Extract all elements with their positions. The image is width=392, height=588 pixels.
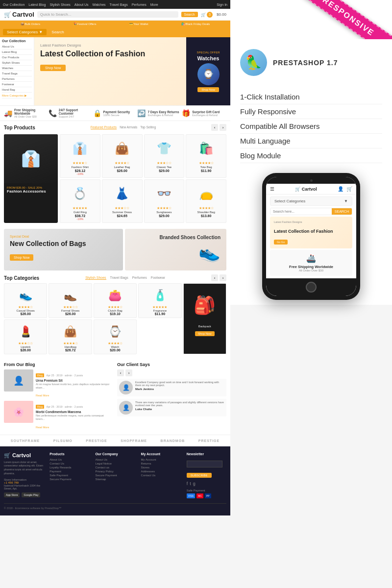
product-card-6[interactable]: 👗 ★★★☆☆ Summer Dress $24.65 [102, 179, 143, 223]
sidebar-item-products[interactable]: Our Products [2, 55, 32, 60]
cat-tab-bags[interactable]: Travel Bags [110, 276, 128, 280]
twitter-icon[interactable]: t [190, 481, 191, 486]
phone-user-icon[interactable]: 👤 [338, 186, 343, 192]
sidebar-item-bags[interactable]: Travel Bags [2, 71, 32, 76]
cat-card-1[interactable]: 👟 ★★★★☆ Casual Shoes $26.00 [4, 283, 47, 318]
product-card-1[interactable]: 👔 ★★★★☆ Fashion Shirt $28.12 -10% [60, 134, 100, 178]
sidebar-item-perfumes[interactable]: Perfumes [2, 76, 32, 82]
footer-products-link-3[interactable]: Loyalty Rewards [49, 466, 89, 469]
topnav-item-1[interactable]: Our Collection [3, 3, 24, 6]
phone-categories-dropdown[interactable]: Select Categories ▼ [270, 196, 352, 206]
product-card-3[interactable]: 👕 ★★★☆☆ Classic Tee $29.00 [144, 134, 185, 178]
topnav-item-4[interactable]: About Us [74, 3, 89, 6]
product-card-5[interactable]: 💍 ★★★★★ Gold Ring $38.72 -10% [60, 179, 100, 223]
topnav-item-5[interactable]: Watches [93, 3, 106, 6]
cart-icon[interactable]: 🛒 3 [201, 12, 213, 18]
sidebar-item-watches[interactable]: Watches [2, 66, 32, 71]
topnav-more[interactable]: More [150, 3, 158, 6]
phone-home-button[interactable] [306, 282, 317, 293]
tab-top-selling[interactable]: Top Selling [140, 125, 156, 129]
topnav-item-7[interactable]: Perfumes [132, 3, 147, 6]
categories-next-button[interactable]: › [220, 274, 226, 281]
bags-cta-button[interactable]: Shop Now [10, 254, 33, 261]
topnav-item-3[interactable]: Stylish Shoes [49, 3, 70, 6]
footer-products-link-5[interactable]: Safe Payment [49, 474, 89, 477]
footer-account-link-3[interactable]: Stores [141, 466, 181, 469]
sign-in-link[interactable]: Sign In [217, 3, 227, 6]
footer-account-link-5[interactable]: Contact Us [141, 474, 181, 477]
featured-title: Fashion Accessories [7, 189, 55, 194]
sidebar-item-about[interactable]: About Us [2, 44, 32, 49]
footer-company-link-2[interactable]: Legal Notice [95, 462, 135, 465]
cat-tab-shoes[interactable]: Stylish Shoes [85, 276, 106, 280]
newsletter-subscribe-button[interactable]: SUBSCRIBE [187, 473, 212, 478]
footer-company-link-1[interactable]: About Us [95, 458, 135, 461]
footer-company-link-5[interactable]: Secure Payment [95, 474, 135, 477]
cat-stars-2: ★★★☆☆ [51, 305, 89, 309]
testi-prev-button[interactable]: ‹ [117, 369, 124, 376]
footer-products-link-1[interactable]: About Us [49, 458, 89, 461]
footer-account-link-2[interactable]: Returns [141, 462, 181, 465]
all-categories-button[interactable]: Select Categories ▼ [3, 29, 47, 35]
cat-card-4[interactable]: 🧴 ★★★★★ Fragrance $11.90 [138, 283, 181, 318]
newsletter-email-input[interactable] [187, 461, 222, 467]
cat-card-featured[interactable]: 🎒 Backpack Shop Now [183, 283, 226, 354]
products-prev-button[interactable]: ‹ [211, 124, 218, 131]
footer-account-link-4[interactable]: Addresses [141, 470, 181, 473]
google-play-badge[interactable]: Google Play [22, 492, 40, 497]
footer-account-link-1[interactable]: My Account [141, 458, 181, 461]
footer-products-link-6[interactable]: Secure Payment [49, 478, 89, 481]
testi-avatar-2: 👤 [119, 401, 133, 415]
footer-company-link-6[interactable]: Sitemap [95, 478, 135, 481]
footer-company-link-3[interactable]: Contact us [95, 466, 135, 469]
header-search-button[interactable]: Search [181, 12, 198, 17]
footer-company-link-4[interactable]: Privacy Policy [95, 470, 135, 473]
phone-hero-button[interactable]: Go Go [274, 240, 288, 245]
blog-read-more-1[interactable]: Read More [36, 394, 49, 397]
google-icon[interactable]: g [193, 481, 196, 486]
phone-cart-icon[interactable]: 🛒 [346, 186, 352, 192]
testi-name-1: Mark Jenkins [135, 388, 224, 391]
phone-search-input[interactable] [270, 208, 332, 215]
cat-tab-footwear[interactable]: Footwear [151, 276, 165, 280]
blog-tag-2: Blog [36, 405, 44, 409]
product-img-4: 🛍️ [188, 137, 224, 160]
blog-read-more-2[interactable]: Read More [36, 426, 49, 429]
testi-next-button[interactable]: › [125, 369, 132, 376]
site-logo[interactable]: 🛒 Cartvol [4, 11, 34, 18]
app-store-badge[interactable]: App Store [4, 492, 20, 497]
facebook-icon[interactable]: f [187, 481, 188, 486]
cat-card-3[interactable]: 👛 ★★★★☆ Clutch Bag $19.10 [94, 283, 137, 318]
phone-search-button[interactable]: SEARCH [332, 208, 352, 215]
header-search-bar[interactable]: Quick to Search... [37, 11, 178, 18]
cat-card-5[interactable]: 💄 ★★★☆☆ Lipstick $26.00 [4, 319, 47, 354]
hamburger-icon[interactable]: ☰ [270, 186, 274, 192]
cat-card-7[interactable]: ⌚ ★★★★☆ Watch $20.00 [94, 319, 137, 354]
tab-new-arrivals[interactable]: New Arrivals [120, 125, 137, 129]
topnav-item-2[interactable]: Latest Blog [28, 3, 46, 6]
sidebar-more-categories[interactable]: More Categories ▶ [2, 93, 32, 98]
footer-products-link-2[interactable]: Contact Us [49, 462, 89, 465]
product-card-8[interactable]: 👝 ★★★★☆ Shoulder Bag $13.80 [186, 179, 226, 223]
footer-products-link-4[interactable]: Payment [49, 470, 89, 473]
cat-featured-btn[interactable]: Shop Now [195, 331, 215, 336]
sidebar-item-handbag[interactable]: Hand Bag [2, 87, 32, 93]
hero-cta-button[interactable]: Shop Now [40, 65, 66, 71]
product-card-2[interactable]: 👜 ★★★★☆ Leather Bag $26.00 [102, 134, 143, 178]
products-next-button[interactable]: › [220, 124, 226, 131]
cat-tab-perfumes[interactable]: Perfumes [132, 276, 147, 280]
cat-card-2[interactable]: 👞 ★★★☆☆ Formal Shoes $26.00 [49, 283, 92, 318]
cat-card-6[interactable]: 👜 ★★★★☆ Handbag $26.72 [49, 319, 92, 354]
phone-shipping-card: 🚢 Free Shipping Worldwide All Order Over… [270, 250, 352, 276]
topnav-item-6[interactable]: Travel Bags [110, 3, 128, 6]
product-card-7[interactable]: 👓 ★★★★☆ Sunglasses $29.00 [144, 179, 185, 223]
shoes-banner: Branded Shoes Collection 👟 [125, 229, 226, 270]
categories-prev-button[interactable]: ‹ [211, 274, 218, 281]
cat-nav-search[interactable]: Search [51, 30, 64, 34]
watch-cta-button[interactable]: Shop Now [197, 87, 219, 92]
sidebar-item-shoes[interactable]: Stylish Shoes [2, 60, 32, 66]
sidebar-item-blog[interactable]: Latest Blog [2, 49, 32, 55]
sidebar-item-footwear[interactable]: Footwear [2, 82, 32, 87]
product-card-4[interactable]: 🛍️ ★★★★☆ Tote Bag $11.90 [186, 134, 226, 178]
tab-featured[interactable]: Featured Products [91, 125, 117, 129]
